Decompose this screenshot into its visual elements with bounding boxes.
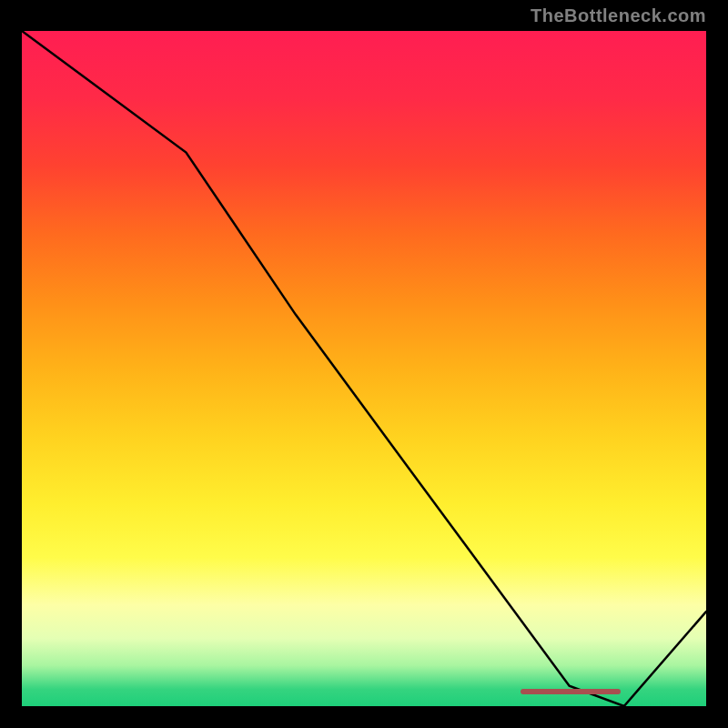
- gradient-background: [22, 31, 706, 706]
- chart-svg: [22, 31, 706, 706]
- optimal-marker: [521, 689, 621, 694]
- chart-root: TheBottleneck.com: [0, 0, 728, 728]
- chart-frame: [22, 31, 706, 706]
- watermark-text: TheBottleneck.com: [531, 5, 706, 26]
